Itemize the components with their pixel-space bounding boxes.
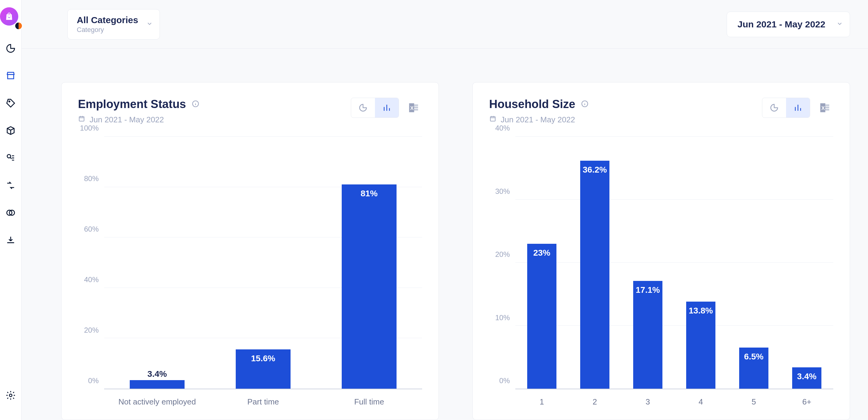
x-tick-label: 6+ [780, 392, 833, 411]
nav-tag-icon[interactable] [5, 98, 16, 109]
calendar-icon [78, 115, 85, 125]
card-title: Employment Status [78, 98, 186, 111]
chart-type-toggle [762, 98, 810, 118]
export-excel-button[interactable]: X [405, 99, 422, 116]
chevron-down-icon [146, 21, 153, 28]
nav-package-icon[interactable] [5, 125, 16, 137]
bar: 36.2% [580, 161, 610, 389]
bar: 81% [342, 185, 397, 389]
date-range-dropdown[interactable]: Jun 2021 - May 2022 [727, 11, 850, 37]
app-root: All Categories Category Jun 2021 - May 2… [0, 0, 868, 420]
y-tick-label: 0% [88, 377, 99, 385]
app-logo[interactable] [0, 7, 21, 29]
svg-point-3 [7, 155, 11, 158]
x-tick-label: 5 [727, 392, 780, 411]
bar-slot: 17.1% [621, 137, 674, 389]
nav-merge-icon[interactable] [5, 180, 16, 192]
y-tick-label: 100% [80, 124, 99, 132]
x-tick-label: 2 [568, 392, 621, 411]
bar-chart-toggle[interactable] [786, 98, 810, 118]
bar-value-label: 3.4% [797, 371, 816, 381]
bar-value-label: 36.2% [583, 165, 607, 175]
svg-point-2 [9, 101, 10, 102]
pie-chart-toggle[interactable] [762, 98, 786, 118]
svg-text:X: X [410, 105, 413, 111]
bar-chart-toggle[interactable] [375, 98, 399, 118]
pie-chart-toggle[interactable] [351, 98, 375, 118]
x-tick-label: Part time [210, 392, 316, 411]
bars: 3.4%15.6%81% [104, 137, 422, 389]
bar-value-label: 3.4% [147, 369, 167, 379]
y-tick-label: 80% [84, 174, 99, 183]
nav-settings-icon[interactable] [5, 390, 16, 402]
export-excel-button[interactable]: X [816, 99, 833, 116]
svg-text:X: X [822, 105, 825, 111]
svg-point-0 [8, 15, 8, 16]
sidebar [0, 0, 22, 420]
bar: 17.1% [633, 281, 662, 389]
x-tick-label: Full time [316, 392, 422, 411]
bar: 15.6% [236, 349, 290, 389]
x-tick-label: Not actively employed [104, 392, 210, 411]
chart-area: 0%10%20%30%40% 23%36.2%17.1%13.8%6.5%3.4… [473, 134, 850, 420]
bar-slot: 81% [316, 137, 422, 389]
card-title: Household Size [489, 98, 575, 111]
category-dropdown-value: All Categories [77, 15, 138, 25]
bar-slot: 23% [515, 137, 568, 389]
card-household-size: Household Size Jun 2021 - May 2022 [472, 82, 850, 420]
bar-slot: 3.4% [780, 137, 833, 389]
nav-storefront-icon[interactable] [5, 71, 16, 82]
card-header: Employment Status Jun 2021 - May 2022 [62, 83, 439, 134]
x-tick-label: 4 [674, 392, 727, 411]
svg-rect-11 [490, 117, 495, 121]
card-header: Household Size Jun 2021 - May 2022 [473, 83, 850, 134]
nav-pie-icon[interactable] [5, 43, 16, 55]
svg-point-1 [10, 15, 10, 16]
info-icon[interactable] [192, 100, 199, 109]
chart-area: 0%20%40%60%80%100% 3.4%15.6%81% Not acti… [62, 134, 439, 420]
bar-slot: 3.4% [104, 137, 210, 389]
card-employment-status: Employment Status Jun 2021 - May 2022 [61, 82, 439, 420]
y-tick-label: 30% [495, 187, 510, 196]
date-range-dropdown-value: Jun 2021 - May 2022 [737, 19, 825, 30]
bar-slot: 36.2% [568, 137, 621, 389]
content: Employment Status Jun 2021 - May 2022 [22, 49, 868, 420]
x-axis: Not actively employedPart timeFull time [104, 392, 422, 411]
chevron-down-icon [836, 21, 843, 28]
plot-inner: 3.4%15.6%81% [104, 137, 422, 389]
y-tick-label: 40% [495, 124, 510, 132]
bar-value-label: 13.8% [689, 306, 713, 316]
y-axis: 0%10%20%30%40% [482, 137, 515, 411]
bar-value-label: 17.1% [636, 285, 660, 295]
category-dropdown[interactable]: All Categories Category [67, 9, 160, 39]
bar-value-label: 81% [361, 189, 378, 198]
nav-overlap-icon[interactable] [5, 207, 16, 219]
bar: 3.4% [130, 380, 185, 389]
plot: 3.4%15.6%81% Not actively employedPart t… [104, 137, 422, 411]
bar-slot: 6.5% [727, 137, 780, 389]
x-tick-label: 3 [621, 392, 674, 411]
y-tick-label: 20% [495, 250, 510, 259]
bar: 13.8% [686, 301, 715, 389]
card-date-range: Jun 2021 - May 2022 [501, 115, 575, 125]
bar-value-label: 23% [533, 248, 550, 258]
nav-search-list-icon[interactable] [5, 153, 16, 164]
bars: 23%36.2%17.1%13.8%6.5%3.4% [515, 137, 833, 389]
topbar: All Categories Category Jun 2021 - May 2… [22, 0, 868, 49]
plot-inner: 23%36.2%17.1%13.8%6.5%3.4% [515, 137, 833, 389]
x-tick-label: 1 [515, 392, 568, 411]
main: All Categories Category Jun 2021 - May 2… [22, 0, 868, 420]
info-icon[interactable] [581, 100, 589, 109]
plot: 23%36.2%17.1%13.8%6.5%3.4% 123456+ [515, 137, 833, 411]
y-tick-label: 60% [84, 225, 99, 233]
bar: 3.4% [792, 367, 822, 389]
bar-slot: 15.6% [210, 137, 316, 389]
bar-slot: 13.8% [674, 137, 727, 389]
y-tick-label: 20% [84, 326, 99, 334]
nav-download-icon[interactable] [5, 235, 16, 247]
chart-type-toggle [351, 98, 399, 118]
svg-rect-8 [79, 117, 84, 121]
y-tick-label: 0% [499, 377, 510, 385]
bar: 6.5% [739, 348, 768, 389]
y-tick-label: 40% [84, 276, 99, 284]
